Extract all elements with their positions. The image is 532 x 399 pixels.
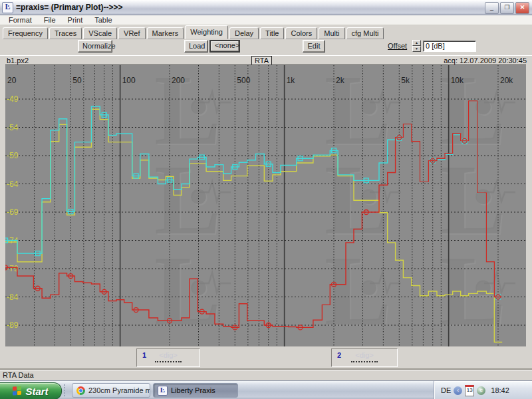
y-tick-label: -49	[7, 94, 19, 104]
x-tick-label: 500	[237, 76, 250, 85]
y-tick-label: -59	[7, 151, 19, 160]
system-tray: DE ‹ 13 e 18:42	[434, 381, 532, 399]
menu-item-print[interactable]: Print	[62, 16, 89, 24]
y-tick-label: -54	[7, 123, 19, 132]
chrome-icon	[76, 386, 85, 395]
start-button[interactable]: Start	[0, 382, 62, 399]
task-label: 230cm Pyramide mit ...	[88, 386, 150, 394]
edit-button[interactable]: Edit	[303, 40, 325, 53]
menu-item-format[interactable]: Format	[3, 16, 38, 24]
language-indicator[interactable]: DE	[441, 386, 451, 394]
y-tick-label: -84	[7, 293, 19, 302]
weighting-toolbar: Normalize Load <none> Edit Offset ▲ ▼ 0 …	[0, 38, 532, 56]
menu-item-file[interactable]: File	[38, 16, 62, 24]
task-label: Liberty Praxis	[171, 386, 215, 394]
offset-spinner[interactable]: ▲ ▼	[412, 40, 421, 53]
x-tick-label: 10k	[451, 76, 464, 85]
legend-slot-name: <dig>	[332, 351, 397, 359]
legend-trace-line	[351, 361, 378, 362]
rta-mode-badge: RTA	[251, 56, 272, 65]
y-tick-label: -89	[7, 321, 19, 330]
start-label: Start	[25, 386, 48, 397]
load-button[interactable]: Load	[184, 40, 208, 53]
plot-header: b1.px2 RTA acq: 12.07.2009 20:30:45	[0, 55, 532, 65]
x-tick-label: 1k	[287, 76, 296, 85]
window-title: =praxis= (Primary Plot)-->>>	[16, 3, 122, 12]
praxis-app-window: { "window": { "title": "=praxis= (Primar…	[0, 0, 532, 399]
x-tick-label: 50	[72, 76, 82, 85]
x-tick-label: 2k	[336, 76, 345, 85]
taskbar-task-1[interactable]: 230cm Pyramide mit ...	[72, 383, 150, 398]
rta-plot-area[interactable]: ĿĿĿĿĿĿĿĿĿĿĿĿĿĿĿĿĿĿ20501002005001k2k5k10k…	[5, 65, 526, 346]
x-tick-label: 20k	[500, 76, 513, 85]
y-tick-label: -79	[7, 264, 19, 273]
y-tick-label: -69	[7, 207, 19, 217]
close-button[interactable]: ✕	[515, 2, 529, 14]
acquisition-timestamp: acq: 12.07.2009 20:30:45	[444, 57, 527, 65]
liberty-icon: Ŀ	[158, 386, 168, 396]
tab-weighting[interactable]: Weighting	[185, 25, 228, 39]
normalize-button[interactable]: Normalize	[78, 40, 112, 53]
legend-slot-name: <dig>	[137, 351, 200, 359]
status-bar: RTA Data	[0, 370, 532, 381]
quick-launch-grip[interactable]	[64, 384, 70, 396]
offset-label[interactable]: Offset	[388, 42, 407, 50]
svg-text:Ŀ: Ŀ	[325, 235, 391, 346]
update-tray-icon[interactable]: e	[477, 386, 485, 395]
minimize-button[interactable]: _	[485, 2, 499, 14]
legend-slot-1[interactable]: 1 <dig>	[136, 348, 200, 367]
offset-input[interactable]: 0 [dB]	[423, 41, 476, 52]
app-icon: Ŀ	[2, 2, 13, 13]
legend-trace-line	[155, 361, 182, 362]
legend-slot-2[interactable]: 2 <dig>	[331, 348, 398, 367]
calendar-tray-icon[interactable]: 13	[465, 385, 474, 396]
menu-item-table[interactable]: Table	[88, 16, 118, 24]
title-bar: Ŀ =praxis= (Primary Plot)-->>> _ ❐ ✕	[0, 0, 532, 15]
spinner-down-icon[interactable]: ▼	[412, 46, 421, 52]
status-text: RTA Data	[3, 371, 34, 379]
x-tick-label: 200	[172, 76, 185, 85]
plot-file-name: b1.px2	[7, 57, 29, 65]
windows-flag-icon	[13, 386, 22, 396]
y-tick-label: -64	[7, 180, 19, 189]
menu-bar: FormatFilePrintTable	[0, 15, 532, 25]
load-value-button[interactable]: <none>	[209, 40, 240, 53]
x-tick-label: 20	[7, 76, 17, 85]
windows-taskbar: Start 230cm Pyramide mit ...ĿLiberty Pra…	[0, 380, 532, 399]
taskbar-task-2[interactable]: ĿLiberty Praxis	[153, 383, 238, 398]
legend-strip: 1 <dig> 2 <dig>	[0, 346, 532, 370]
taskbar-clock: 18:42	[491, 386, 509, 394]
x-tick-label: 5k	[401, 76, 410, 85]
spinner-up-icon[interactable]: ▲	[412, 40, 421, 46]
tab-bar: FrequencyTracesVScaleVRefMarkersWeightin…	[0, 25, 532, 38]
hide-icons-chevron-icon[interactable]: ‹	[454, 386, 462, 395]
x-tick-label: 100	[122, 76, 136, 85]
rta-plot-canvas: ĿĿĿĿĿĿĿĿĿĿĿĿĿĿĿĿĿĿ20501002005001k2k5k10k…	[5, 65, 526, 347]
restore-button[interactable]: ❐	[500, 2, 514, 14]
svg-text:Ŀ: Ŀ	[154, 235, 221, 346]
